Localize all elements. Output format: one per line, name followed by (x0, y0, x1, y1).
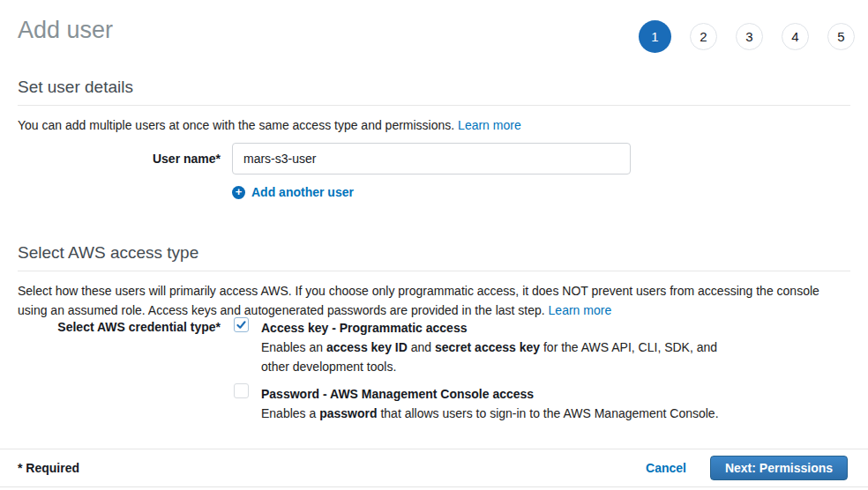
step-1-badge: 1 (639, 20, 671, 53)
option-password: Password - AWS Management Console access… (261, 384, 742, 423)
credential-type-label: Select AWS credential type* (18, 320, 221, 334)
bottom-border (0, 486, 868, 487)
cancel-button[interactable]: Cancel (646, 461, 686, 475)
user-details-intro: You can add multiple users at once with … (18, 115, 850, 135)
access-type-intro: Select how these users will primarily ac… (18, 281, 850, 320)
checkmark-icon (236, 319, 247, 330)
password-checkbox[interactable] (234, 383, 249, 398)
step-2-badge: 2 (690, 23, 717, 50)
option-password-description: Enables a password that allows users to … (261, 404, 742, 423)
username-label: User name* (18, 152, 221, 166)
plus-circle-icon: + (232, 186, 245, 199)
option-access-key-description: Enables an access key ID and secret acce… (261, 338, 742, 376)
option-password-title: Password - AWS Management Console access (261, 384, 742, 404)
option-access-key: Access key - Programmatic access Enables… (261, 318, 742, 376)
user-details-learn-more-link[interactable]: Learn more (458, 118, 521, 132)
add-another-user-button[interactable]: + Add another user (232, 185, 354, 199)
access-type-learn-more-link[interactable]: Learn more (549, 303, 612, 317)
access-type-heading: Select AWS access type (18, 243, 850, 263)
username-input[interactable] (232, 143, 631, 174)
step-3-badge: 3 (736, 23, 763, 50)
access-key-checkbox[interactable] (234, 317, 249, 332)
required-note: * Required (18, 461, 79, 475)
divider (18, 271, 850, 271)
section-access-type: Select AWS access type Select how these … (18, 243, 850, 320)
option-access-key-title: Access key - Programmatic access (261, 318, 742, 338)
add-user-wizard: Add user 1 2 3 4 5 Set user details You … (0, 0, 868, 490)
next-permissions-button[interactable]: Next: Permissions (710, 456, 848, 480)
user-details-heading: Set user details (18, 78, 850, 97)
add-another-user-label: Add another user (251, 185, 354, 199)
step-4-badge: 4 (782, 23, 809, 50)
section-user-details: Set user details You can add multiple us… (18, 78, 850, 135)
divider (18, 105, 850, 106)
footer-divider (0, 449, 868, 449)
page-title: Add user (18, 17, 113, 44)
step-5-badge: 5 (827, 23, 855, 50)
wizard-step-indicator: 1 2 3 4 5 (639, 19, 855, 53)
